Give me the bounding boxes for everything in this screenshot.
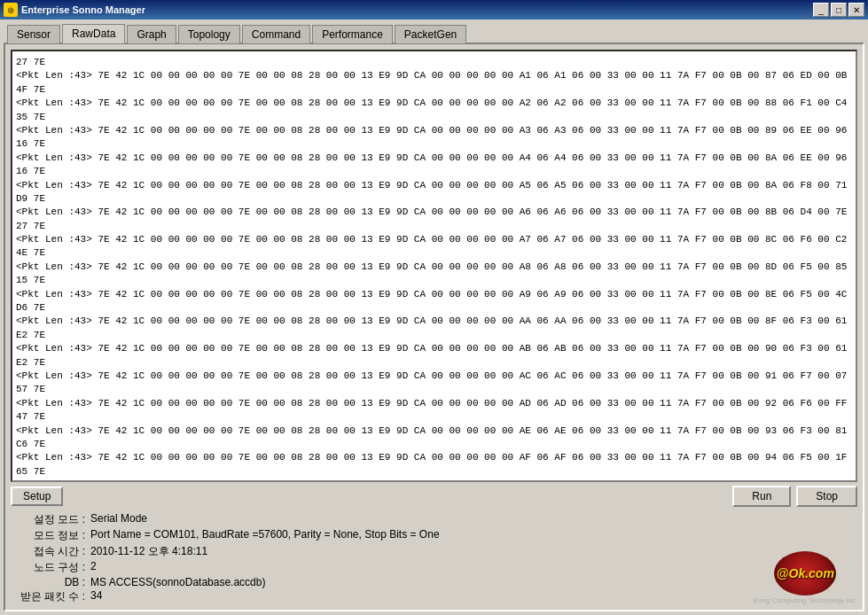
tab-topology[interactable]: Topology — [178, 25, 240, 43]
logo-subtext: Kong Computing Technology Inc. — [754, 596, 857, 604]
received-label: 받은 패킷 수 : — [20, 589, 90, 604]
mode-info-label: 모드 정보 : — [20, 528, 90, 543]
title-bar-text: Enterprise Sonno Manager — [21, 4, 809, 15]
tab-bar: Sensor RawData Graph Topology Command Pe… — [4, 23, 864, 43]
title-bar: ⊕ Enterprise Sonno Manager _ □ ✕ — [0, 0, 868, 19]
mode-info-value: Port Name = COM101, BaudRate =57600, Par… — [90, 528, 440, 543]
tab-command[interactable]: Command — [242, 25, 310, 43]
logo-area: @Ok.com Kong Computing Technology Inc. — [754, 551, 857, 604]
received-value: 34 — [90, 589, 440, 604]
connect-time-label: 접속 시간 : — [20, 544, 90, 559]
app-icon: ⊕ — [4, 3, 18, 17]
logo-image: @Ok.com — [774, 551, 836, 596]
bottom-section: Setup Run Stop 설정 모드 : Serial Mode 모드 정보… — [11, 486, 857, 604]
maximize-button[interactable]: □ — [831, 3, 847, 17]
status-info: 설정 모드 : Serial Mode 모드 정보 : Port Name = … — [20, 512, 440, 604]
main-panel: COM101 연결baudrate :57600<Pkt Len :43> 7E… — [4, 43, 864, 611]
node-count-label: 노드 구성 : — [20, 560, 90, 575]
db-value: MS ACCESS(sonnoDatabase.accdb) — [90, 576, 440, 588]
tab-sensor[interactable]: Sensor — [7, 25, 60, 43]
setting-mode-label: 설정 모드 : — [20, 512, 90, 527]
setup-button[interactable]: Setup — [11, 487, 63, 506]
db-label: DB : — [20, 576, 90, 588]
minimize-button[interactable]: _ — [813, 3, 829, 17]
node-count-value: 2 — [90, 560, 440, 575]
run-button[interactable]: Run — [732, 486, 791, 507]
setting-mode-value: Serial Mode — [90, 512, 440, 527]
stop-button[interactable]: Stop — [796, 486, 857, 507]
connect-time-value: 2010-11-12 오후 4:18:11 — [90, 544, 440, 559]
close-button[interactable]: ✕ — [848, 3, 864, 17]
tab-rawdata[interactable]: RawData — [62, 24, 125, 43]
tab-performance[interactable]: Performance — [312, 25, 393, 43]
raw-data-display[interactable]: COM101 연결baudrate :57600<Pkt Len :43> 7E… — [11, 50, 857, 482]
logo-text: @Ok.com — [777, 566, 834, 580]
tab-graph[interactable]: Graph — [127, 25, 176, 43]
tab-packetgen[interactable]: PacketGen — [395, 25, 466, 43]
